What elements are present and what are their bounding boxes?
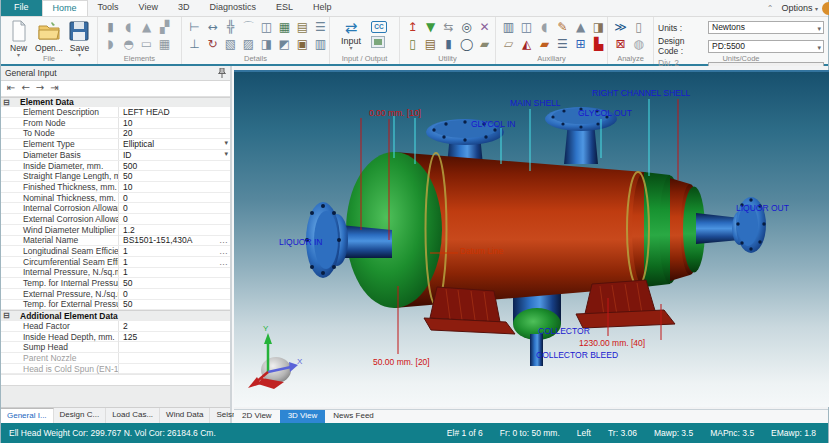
grid-row[interactable]: ⊟ To Node 20: [1, 129, 230, 140]
view-tab-news[interactable]: News Feed: [325, 410, 381, 423]
scroll-icon[interactable]: ▱: [500, 36, 517, 53]
report-icon[interactable]: ◭: [518, 36, 535, 53]
grid-row[interactable]: ⊟ External Pressure, N./sq.mm. 0: [1, 289, 230, 300]
design-code-select[interactable]: PD:5500: [708, 40, 824, 53]
grid-row[interactable]: ⊟ Temp. for Internal Pressure, C 50: [1, 278, 230, 289]
flat-head-icon[interactable]: ▭: [138, 36, 155, 53]
lug-detail-icon[interactable]: ◫: [258, 19, 275, 36]
platform-detail-icon[interactable]: ↻: [204, 36, 221, 53]
basering-detail-icon[interactable]: ▣: [294, 36, 311, 53]
last-element-button[interactable]: ⇥: [50, 81, 58, 95]
grid-row[interactable]: ⊟ Element Description LEFT HEAD: [1, 107, 230, 118]
tab-esl[interactable]: ESL: [266, 0, 303, 16]
grid-row[interactable]: ⊟ Temp. for External Pressure, C 50: [1, 300, 230, 311]
tray-detail-icon[interactable]: ▨: [240, 36, 257, 53]
insert-element-icon[interactable]: ↥: [404, 19, 421, 36]
monitor-icon[interactable]: ◫: [518, 19, 535, 36]
pdf-icon[interactable]: ▙: [590, 36, 607, 53]
body-flange-icon[interactable]: ▦: [156, 36, 173, 53]
grid-row[interactable]: ⊟ Circumferential Seam Efficiency 1: [1, 257, 230, 268]
panel-tab-load-cases[interactable]: Load Cas...: [106, 408, 160, 423]
next-element-button[interactable]: →: [36, 81, 44, 95]
halfpipe-detail-icon[interactable]: ◨: [258, 36, 275, 53]
grid-row[interactable]: ⊟ Material Name BS1501-151,430A: [1, 236, 230, 247]
forces-detail-icon[interactable]: ▥: [312, 36, 329, 53]
grid-row[interactable]: ⊟ Internal Pressure, N./sq.mm. 1: [1, 268, 230, 279]
cc-output-icon[interactable]: CC: [371, 21, 387, 33]
grid-row[interactable]: ⊟ Element Type Elliptical: [1, 139, 230, 150]
grid-row[interactable]: ⊟ Sump Head: [1, 342, 230, 353]
skirt-element-icon[interactable]: ▞: [156, 19, 173, 36]
grid-row[interactable]: ⊟ Element Data: [1, 97, 230, 108]
swap-elements-icon[interactable]: ⇆: [440, 19, 457, 36]
review-comments-icon[interactable]: ◍: [630, 36, 647, 53]
tab-3d[interactable]: 3D: [168, 0, 200, 16]
graph-output-icon[interactable]: [371, 36, 385, 48]
brush-icon[interactable]: ▰: [476, 36, 493, 53]
bust-icon[interactable]: ◖: [536, 19, 553, 36]
pin-icon[interactable]: [218, 68, 226, 78]
filter-icon[interactable]: ▼: [422, 19, 439, 36]
units-select[interactable]: Newtons: [708, 21, 824, 34]
calculator-icon[interactable]: ⊞: [572, 36, 589, 53]
input-button[interactable]: ⇄ Input▾: [334, 19, 368, 50]
view-tab-3d[interactable]: 3D View: [280, 410, 326, 423]
tab-file[interactable]: File: [1, 0, 42, 16]
packing-detail-icon[interactable]: ▧: [222, 36, 239, 53]
output-report-icon[interactable]: ▯: [630, 19, 647, 36]
grid-row[interactable]: ⊟ Inside Head Depth, mm. 125: [1, 332, 230, 343]
tab-diagnostics[interactable]: Diagnostics: [199, 0, 266, 16]
right-saddle-support[interactable]: [576, 280, 675, 328]
hemispherical-head-icon[interactable]: ◗: [102, 36, 119, 53]
collapse-group-icon[interactable]: ⊟: [3, 98, 14, 108]
collapse-group-icon[interactable]: ⊟: [3, 311, 14, 321]
tab-home[interactable]: Home: [42, 0, 88, 16]
panel-title-bar[interactable]: General Input: [1, 66, 230, 81]
nozzle-detail-icon[interactable]: ⊢: [186, 19, 203, 36]
vessel-icon[interactable]: ▮: [440, 36, 457, 53]
previous-element-button[interactable]: ←: [21, 81, 29, 95]
list-icon[interactable]: ☰: [554, 36, 571, 53]
brick-icon[interactable]: ▰: [536, 36, 553, 53]
grid-row[interactable]: ⊟ Nominal Thickness, mm. 0: [1, 193, 230, 204]
grid-row[interactable]: ⊟ Longitudinal Seam Efficiency 1: [1, 246, 230, 257]
save-button[interactable]: Save▾: [66, 19, 93, 57]
collapse-ribbon-icon[interactable]: ⌃: [767, 4, 774, 13]
tank-icon[interactable]: ▤: [422, 36, 439, 53]
insulation-detail-icon[interactable]: ▤: [294, 19, 311, 36]
grid-row[interactable]: ⊟ Parent Nozzle: [1, 353, 230, 364]
ring-icon[interactable]: ◯: [458, 36, 475, 53]
conical-element-icon[interactable]: ▲: [138, 19, 155, 36]
grid-row[interactable]: ⊟ Straight Flange Length, mm. 50: [1, 171, 230, 182]
weight-detail-icon[interactable]: ▦: [276, 19, 293, 36]
grid-row[interactable]: ⊟ External Corrosion Allowance, mn 0: [1, 214, 230, 225]
run-analysis-icon[interactable]: ≫: [612, 19, 629, 36]
grid-row[interactable]: ⊟ Head Factor 2: [1, 321, 230, 332]
clip-detail-icon[interactable]: ◩: [276, 36, 293, 53]
panel-tab-design-constraints[interactable]: Design C...: [54, 408, 107, 423]
grid-row[interactable]: ⊟ Diameter Basis ID: [1, 150, 230, 161]
grid-row[interactable]: ⊟ Additional Element Data: [1, 310, 230, 321]
lining-detail-icon[interactable]: ☰: [312, 19, 329, 36]
main-shell-body[interactable]: [346, 152, 705, 308]
tab-tools[interactable]: Tools: [88, 0, 129, 16]
leg-detail-icon[interactable]: ⊥: [186, 36, 203, 53]
error-check-icon[interactable]: ⊠: [612, 36, 629, 53]
cut-icon[interactable]: ✕: [476, 19, 493, 36]
book-icon[interactable]: ▥: [500, 19, 517, 36]
annotate-icon[interactable]: ✎: [554, 19, 571, 36]
grid-row[interactable]: ⊟ Internal Corrosion Allowance, mm 0: [1, 203, 230, 214]
ring-detail-icon[interactable]: ╬: [222, 19, 239, 36]
torispherical-head-icon[interactable]: ◓: [120, 36, 137, 53]
grid-row[interactable]: ⊟ Inside Diameter, mm. 500: [1, 161, 230, 172]
toolbox-icon[interactable]: ◨: [590, 19, 607, 36]
panel-tab-wind-data[interactable]: Wind Data: [160, 408, 210, 423]
cylinder-element-icon[interactable]: ▮: [102, 19, 119, 36]
saddle-detail-icon[interactable]: ⌒: [240, 19, 257, 36]
tab-view[interactable]: View: [129, 0, 168, 16]
elliptical-head-icon[interactable]: ◖: [120, 19, 137, 36]
grid-row[interactable]: ⊟ Finished Thickness, mm. 10: [1, 182, 230, 193]
stiffener-detail-icon[interactable]: ↔: [204, 19, 221, 36]
grid-row[interactable]: ⊟ Wind Diameter Multiplier 1.2: [1, 225, 230, 236]
first-element-button[interactable]: ⇤: [7, 81, 15, 95]
